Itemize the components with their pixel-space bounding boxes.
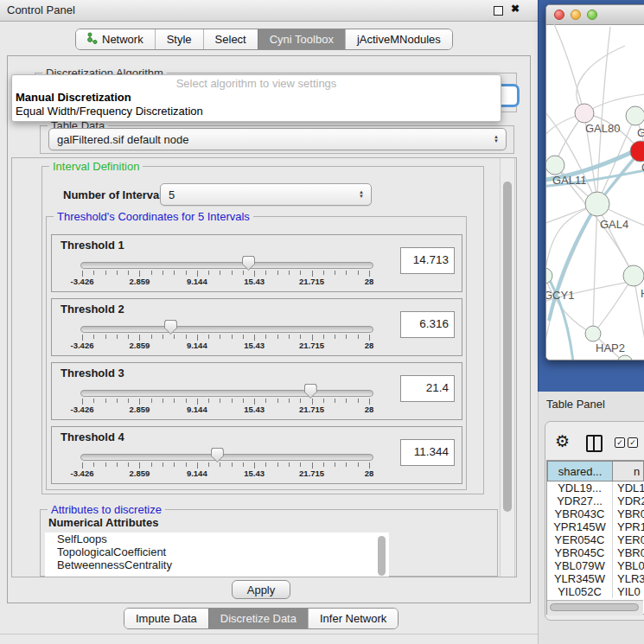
slider-tick-labels: -3.4262.8599.14415.4321.71528 xyxy=(82,405,369,415)
cell-name[interactable]: YDR2 xyxy=(613,494,644,507)
node-hap2[interactable] xyxy=(585,326,601,341)
minimize-traffic-light-icon[interactable] xyxy=(571,10,581,20)
tab-select[interactable]: Select xyxy=(203,29,258,49)
cell-shared-name[interactable]: YBR045C xyxy=(547,546,613,559)
tab-label: jActiveMNodules xyxy=(357,33,441,46)
node-gal4[interactable] xyxy=(585,192,609,216)
close-traffic-light-icon[interactable] xyxy=(554,10,564,20)
horizontal-scrollbar-thumb[interactable] xyxy=(550,603,639,611)
table-data-combo[interactable]: galFiltered.sif default node ▲▼ xyxy=(48,128,507,150)
cell-shared-name[interactable]: YBR043C xyxy=(547,507,613,520)
slider-track[interactable] xyxy=(80,262,373,269)
cell-shared-name[interactable]: YLR345W xyxy=(547,572,613,585)
cell-shared-name[interactable]: YPR145W xyxy=(547,520,613,533)
node-top-right[interactable] xyxy=(626,106,644,125)
checkbox-icon[interactable]: ✓ xyxy=(628,437,638,448)
slider-tick-labels: -3.4262.8599.14415.4321.71528 xyxy=(82,277,369,287)
tab-impute-data[interactable]: Impute Data xyxy=(124,609,208,628)
threshold-value-field[interactable]: 6.316 xyxy=(400,311,455,338)
column-header-name[interactable]: n xyxy=(613,461,644,481)
tab-jactivemnodules[interactable]: jActiveMNodules xyxy=(345,29,452,49)
threshold-panel-2: Threshold 2-3.4262.8599.14415.4321.71528… xyxy=(51,298,462,356)
tab-cyni-toolbox[interactable]: Cyni Toolbox xyxy=(258,29,345,49)
node-label: GAL4 xyxy=(600,218,628,231)
cell-shared-name[interactable]: YDR27... xyxy=(547,494,613,507)
column-header-shared-name[interactable]: shared... xyxy=(547,461,613,481)
split-pane-icon[interactable] xyxy=(586,435,603,452)
slider-ticks xyxy=(82,335,369,341)
attributes-list-scrollbar-thumb[interactable] xyxy=(378,536,386,576)
network-window-titlebar[interactable] xyxy=(546,5,644,25)
tab-label: Cyni Toolbox xyxy=(270,33,334,46)
threshold-value-field[interactable]: 11.344 xyxy=(400,439,455,466)
table-row[interactable]: YBR045CYBR0 xyxy=(547,546,644,559)
table-row[interactable]: YPR145WYPR1 xyxy=(547,520,644,533)
table-row[interactable]: YLR345WYLR3 xyxy=(547,572,644,585)
threshold-label: Threshold 2 xyxy=(61,303,124,316)
attributes-group-title: Attributes to discretize xyxy=(48,503,165,516)
table-row[interactable]: YBR043CYBR0 xyxy=(547,507,644,520)
checkbox-icon[interactable]: ✓ xyxy=(615,437,625,448)
table-row[interactable]: YDR27...YDR2 xyxy=(547,494,644,507)
cell-name[interactable]: YDL1 xyxy=(613,481,644,494)
node-attribute-table: shared... n YDL19...YDL1YDR27...YDR2YBR0… xyxy=(546,460,644,615)
table-row[interactable]: YIL052CYIL0 xyxy=(547,585,644,598)
node-bottom[interactable] xyxy=(617,355,633,360)
node-gal80[interactable] xyxy=(575,104,594,123)
table-row[interactable]: YDL19...YDL1 xyxy=(547,481,644,494)
cell-name[interactable]: YBL0 xyxy=(613,559,644,572)
slider-track[interactable] xyxy=(80,390,373,397)
attribute-list-item[interactable]: TopologicalCoefficient xyxy=(45,545,389,558)
thresholds-group-title: Threshold's Coordinates for 5 Intervals xyxy=(54,210,253,223)
network-canvas[interactable]: GAL80GACGAL11GAL4GCY1HHAP2 xyxy=(546,24,644,360)
cell-name[interactable]: YIL0 xyxy=(613,585,644,598)
close-icon[interactable]: ✖ xyxy=(511,3,520,15)
slider-ticks xyxy=(82,462,369,469)
float-window-icon[interactable] xyxy=(494,6,503,16)
number-of-intervals-label: Number of Intervals xyxy=(63,188,169,201)
cell-shared-name[interactable]: YER054C xyxy=(547,533,613,546)
gear-icon[interactable]: ⚙ xyxy=(555,431,570,451)
table-row[interactable]: YBL079WYBL0 xyxy=(547,559,644,572)
cell-shared-name[interactable]: YDL19... xyxy=(547,481,613,494)
control-panel-titlebar: Control Panel xyxy=(0,0,538,22)
cell-shared-name[interactable]: YIL052C xyxy=(547,585,613,598)
node-label: GCY1 xyxy=(546,289,574,302)
cell-name[interactable]: YLR3 xyxy=(613,572,644,585)
numerical-attributes-list[interactable]: SelfLoopsTopologicalCoefficientBetweenne… xyxy=(45,532,389,577)
tab-style[interactable]: Style xyxy=(155,29,203,49)
table-row[interactable]: YER054CYER0 xyxy=(547,533,644,546)
top-tab-bar: NetworkStyleSelectCyni ToolboxjActiveMNo… xyxy=(75,29,453,50)
dropdown-item-equal-width[interactable]: Equal Width/Frequency Discretization xyxy=(16,105,497,118)
cell-shared-name[interactable]: YBL079W xyxy=(547,559,613,572)
slider-track[interactable] xyxy=(80,454,373,461)
attribute-list-item[interactable]: BetweennessCentrality xyxy=(45,558,389,571)
cell-name[interactable]: YER0 xyxy=(613,533,644,546)
tab-network[interactable]: Network xyxy=(76,29,155,49)
threshold-value-field[interactable]: 14.713 xyxy=(400,247,455,274)
combo-stepper-icon: ▲▼ xyxy=(494,135,499,143)
slider-tick-labels: -3.4262.8599.14415.4321.71528 xyxy=(82,469,369,479)
node-gal11[interactable] xyxy=(546,156,564,175)
threshold-label: Threshold 3 xyxy=(61,367,124,379)
vertical-scrollbar-thumb[interactable] xyxy=(503,182,512,512)
dropdown-item-manual[interactable]: Manual Discretization xyxy=(16,91,497,105)
slider-track[interactable] xyxy=(80,326,373,333)
cell-name[interactable]: YBR0 xyxy=(613,507,644,520)
tab-label: Impute Data xyxy=(136,612,197,625)
cell-name[interactable]: YBR0 xyxy=(613,546,644,559)
tab-discretize-data[interactable]: Discretize Data xyxy=(208,609,308,628)
algorithm-dropdown-popup: Select algorithm to view settings Manual… xyxy=(11,74,501,122)
node-label: H xyxy=(641,287,644,300)
zoom-traffic-light-icon[interactable] xyxy=(587,10,597,20)
cell-name[interactable]: YPR1 xyxy=(613,520,644,533)
threshold-panel-4: Threshold 4-3.4262.8599.14415.4321.71528… xyxy=(51,426,462,484)
tab-infer-network[interactable]: Infer Network xyxy=(308,609,398,628)
slider-ticks xyxy=(82,399,369,405)
number-of-intervals-combo[interactable]: 5 ▲▼ xyxy=(160,183,372,206)
node-label: GAL11 xyxy=(552,174,587,187)
attribute-list-item[interactable]: SelfLoops xyxy=(45,532,389,545)
threshold-value-field[interactable]: 21.4 xyxy=(400,375,455,402)
node-right-mid[interactable] xyxy=(623,265,644,286)
apply-button[interactable]: Apply xyxy=(232,580,290,599)
